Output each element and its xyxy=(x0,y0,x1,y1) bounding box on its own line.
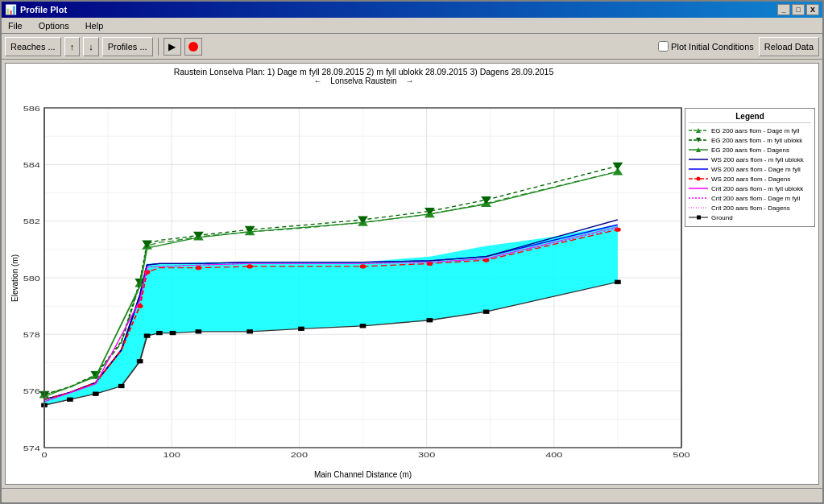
svg-point-45 xyxy=(246,264,253,268)
chart-title: Raustein Lonselva Plan: 1) Dage m fyll 2… xyxy=(6,64,818,76)
plot-initial-label: Plot Initial Conditions xyxy=(671,42,754,52)
svg-text:578: 578 xyxy=(23,331,40,339)
minimize-button[interactable]: _ xyxy=(777,4,790,15)
play-icon: ▶ xyxy=(168,41,176,52)
chart-drawing-area: 586 584 582 580 578 576 574 0 100 200 30… xyxy=(44,108,681,448)
svg-rect-30 xyxy=(118,384,125,388)
svg-text:582: 582 xyxy=(23,217,40,225)
svg-text:576: 576 xyxy=(23,387,40,395)
content-area: Raustein Lonselva Plan: 1) Dage m fyll 2… xyxy=(2,60,822,488)
chart-subtitle: ← Lonselva Raustein → xyxy=(6,76,818,85)
svg-marker-69 xyxy=(613,163,623,171)
svg-rect-37 xyxy=(298,327,304,331)
legend-item-3: WS 200 aars flom - m fyll ublokk xyxy=(689,155,811,163)
svg-text:200: 200 xyxy=(291,451,308,459)
legend: Legend EG 200 aars flom - Dage m fyll EG… xyxy=(685,108,815,227)
legend-item-8: Crit 200 aars flom - Dagens xyxy=(689,204,811,212)
maximize-button[interactable]: □ xyxy=(792,4,805,15)
x-axis-label: Main Channel Distance (m) xyxy=(44,470,681,479)
window-icon: 📊 xyxy=(5,4,17,15)
legend-item-1: EG 200 aars flom - m fyll ublokk xyxy=(689,136,811,144)
svg-text:586: 586 xyxy=(23,104,40,112)
svg-text:100: 100 xyxy=(164,451,180,459)
svg-point-49 xyxy=(615,228,621,232)
svg-rect-39 xyxy=(427,318,433,322)
legend-item-0: EG 200 aars flom - Dage m fyll xyxy=(689,126,811,134)
legend-item-5: WS 200 aars flom - Dagens xyxy=(689,175,811,183)
chart-container: Raustein Lonselva Plan: 1) Dage m fyll 2… xyxy=(5,63,819,485)
legend-item-4: WS 200 aars flom - Dage m fyll xyxy=(689,165,811,173)
svg-rect-29 xyxy=(93,392,99,396)
chart-svg: 586 584 582 580 578 576 574 0 100 200 30… xyxy=(44,108,681,448)
svg-point-44 xyxy=(196,266,202,270)
svg-text:0: 0 xyxy=(41,451,47,459)
svg-rect-28 xyxy=(67,398,73,402)
svg-rect-33 xyxy=(156,331,163,335)
svg-rect-38 xyxy=(360,324,366,328)
svg-rect-35 xyxy=(196,329,202,333)
svg-rect-41 xyxy=(615,280,621,284)
svg-text:574: 574 xyxy=(23,444,40,452)
svg-rect-40 xyxy=(483,310,490,314)
title-bar: 📊 Profile Plot _ □ X xyxy=(2,2,822,18)
menu-help[interactable]: Help xyxy=(82,19,107,32)
svg-text:400: 400 xyxy=(545,451,562,459)
reaches-button[interactable]: Reaches ... xyxy=(5,37,61,56)
record-dot xyxy=(188,42,198,52)
reload-data-button[interactable]: Reload Data xyxy=(759,37,819,56)
svg-rect-36 xyxy=(246,329,253,333)
svg-rect-32 xyxy=(144,333,151,337)
sort-up-button[interactable]: ↑ xyxy=(64,37,81,56)
separator xyxy=(158,38,159,56)
svg-point-43 xyxy=(144,270,151,274)
menu-options[interactable]: Options xyxy=(35,19,72,32)
svg-rect-31 xyxy=(137,359,143,363)
toolbar-right: Plot Initial Conditions Reload Data xyxy=(658,37,819,56)
legend-item-2: EG 200 aars flom - Dagens xyxy=(689,146,811,154)
toolbar: Reaches ... ↑ ↓ Profiles ... ▶ Plot Init… xyxy=(2,34,822,60)
play-button[interactable]: ▶ xyxy=(164,38,181,56)
profiles-button[interactable]: Profiles ... xyxy=(102,37,153,56)
svg-text:500: 500 xyxy=(673,451,689,459)
svg-point-93 xyxy=(697,177,701,181)
close-button[interactable]: X xyxy=(806,4,819,15)
plot-initial-checkbox[interactable] xyxy=(658,41,669,52)
svg-point-46 xyxy=(360,264,366,268)
y-axis-label: Elevation (m) xyxy=(10,254,19,302)
legend-item-ground: Ground xyxy=(689,213,811,221)
legend-item-6: Crit 200 aars flom - m fyll ublokk xyxy=(689,184,811,192)
status-bar xyxy=(2,488,822,502)
sort-down-button[interactable]: ↓ xyxy=(83,37,99,56)
menu-file[interactable]: File xyxy=(5,19,26,32)
menu-bar: File Options Help xyxy=(2,18,822,34)
svg-text:300: 300 xyxy=(418,451,435,459)
svg-text:580: 580 xyxy=(23,274,40,282)
window-title: Profile Plot xyxy=(20,5,67,14)
plot-initial-checkbox-label[interactable]: Plot Initial Conditions xyxy=(658,41,754,52)
legend-item-7: Crit 200 aars flom - Dage m fyll xyxy=(689,194,811,202)
svg-marker-65 xyxy=(245,226,255,234)
svg-rect-34 xyxy=(170,331,176,335)
main-window: 📊 Profile Plot _ □ X File Options Help R… xyxy=(0,0,824,504)
legend-title: Legend xyxy=(689,112,811,123)
record-button[interactable] xyxy=(184,38,202,56)
svg-text:584: 584 xyxy=(23,161,40,169)
svg-rect-98 xyxy=(697,216,701,220)
